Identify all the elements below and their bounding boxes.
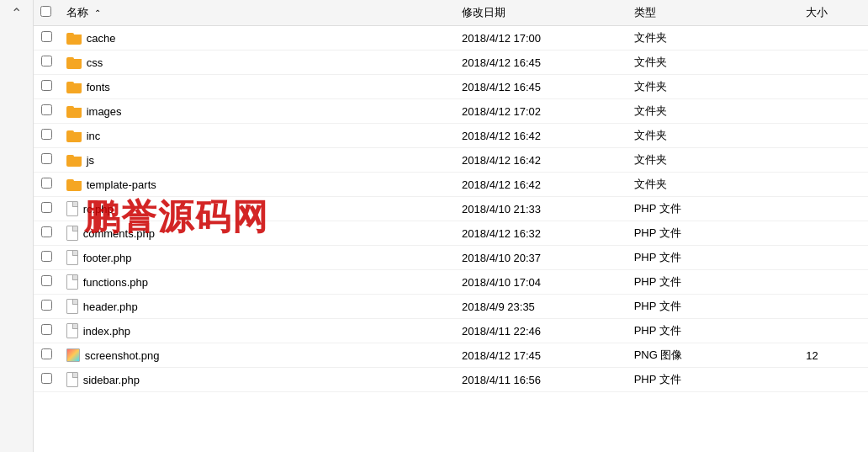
table-row[interactable]: index.php2018/4/11 22:46PHP 文件 xyxy=(34,319,868,343)
row-name-cell: comments.php xyxy=(60,221,455,246)
row-checkbox[interactable] xyxy=(41,153,52,164)
row-checkbox-cell xyxy=(34,246,60,270)
folder-icon xyxy=(66,178,82,191)
row-name-cell: rc.php xyxy=(60,197,455,221)
row-checkbox[interactable] xyxy=(41,226,52,237)
table-row[interactable]: images2018/4/12 17:02文件夹 xyxy=(34,99,868,124)
table-header-row: 名称 ⌃ 修改日期 类型 大小 xyxy=(34,0,868,26)
table-row[interactable]: footer.php2018/4/10 20:37PHP 文件 xyxy=(34,246,868,270)
column-header-size[interactable]: 大小 xyxy=(799,0,868,26)
file-icon xyxy=(66,226,78,241)
row-checkbox[interactable] xyxy=(41,31,52,42)
file-icon xyxy=(66,372,78,387)
row-date: 2018/4/10 20:37 xyxy=(455,246,627,270)
row-checkbox[interactable] xyxy=(41,373,52,384)
select-all-checkbox[interactable] xyxy=(40,6,51,17)
row-checkbox[interactable] xyxy=(41,129,52,140)
row-size xyxy=(799,124,868,148)
row-date: 2018/4/12 17:00 xyxy=(455,26,627,51)
row-checkbox[interactable] xyxy=(41,300,52,311)
row-checkbox[interactable] xyxy=(41,178,52,189)
row-checkbox-cell xyxy=(34,75,60,99)
row-checkbox[interactable] xyxy=(41,348,52,359)
row-name-cell: images xyxy=(60,99,455,124)
file-name: css xyxy=(87,56,103,69)
row-name-cell: fonts xyxy=(60,75,455,99)
table-row[interactable]: header.php2018/4/9 23:35PHP 文件 xyxy=(34,295,868,319)
row-checkbox[interactable] xyxy=(41,80,52,91)
file-name: header.php xyxy=(83,300,138,313)
table-row[interactable]: sidebar.php2018/4/11 16:56PHP 文件 xyxy=(34,368,868,392)
table-row[interactable]: screenshot.png2018/4/12 17:45PNG 图像12 xyxy=(34,343,868,368)
row-name-cell: sidebar.php xyxy=(60,368,455,392)
row-date: 2018/4/12 16:45 xyxy=(455,51,627,75)
table-row[interactable]: js2018/4/12 16:42文件夹 xyxy=(34,148,868,173)
file-name: cache xyxy=(87,32,116,45)
file-icon xyxy=(66,299,78,314)
row-date: 2018/4/12 16:42 xyxy=(455,173,627,197)
row-type: 文件夹 xyxy=(627,173,800,197)
row-date: 2018/4/12 17:02 xyxy=(455,99,627,124)
row-checkbox-cell xyxy=(34,173,60,197)
scroll-up-arrow[interactable]: ⌃ xyxy=(11,3,22,24)
row-checkbox-cell xyxy=(34,51,60,75)
row-size xyxy=(799,270,868,295)
checkbox-header[interactable] xyxy=(34,0,60,26)
table-row[interactable]: rc.php2018/4/10 21:33PHP 文件 xyxy=(34,197,868,221)
file-name: images xyxy=(87,105,122,118)
row-checkbox-cell xyxy=(34,270,60,295)
file-table: 名称 ⌃ 修改日期 类型 大小 xyxy=(34,0,868,392)
row-size xyxy=(799,75,868,99)
file-icon xyxy=(66,250,78,265)
table-row[interactable]: fonts2018/4/12 16:45文件夹 xyxy=(34,75,868,99)
folder-icon xyxy=(66,129,82,142)
row-checkbox[interactable] xyxy=(41,56,52,66)
image-icon xyxy=(66,348,80,362)
row-date: 2018/4/12 16:42 xyxy=(455,124,627,148)
row-date: 2018/4/10 17:04 xyxy=(455,270,627,295)
row-checkbox-cell xyxy=(34,295,60,319)
table-row[interactable]: cache2018/4/12 17:00文件夹 xyxy=(34,26,868,51)
row-checkbox[interactable] xyxy=(41,104,52,115)
row-size xyxy=(799,319,868,343)
column-header-name[interactable]: 名称 ⌃ xyxy=(60,0,455,26)
row-checkbox[interactable] xyxy=(41,324,52,335)
column-header-date[interactable]: 修改日期 xyxy=(455,0,627,26)
file-name: index.php xyxy=(83,325,130,338)
table-row[interactable]: inc2018/4/12 16:42文件夹 xyxy=(34,124,868,148)
row-type: 文件夹 xyxy=(627,51,800,75)
row-date: 2018/4/11 16:56 xyxy=(455,368,627,392)
row-checkbox-cell xyxy=(34,99,60,124)
row-checkbox-cell xyxy=(34,319,60,343)
table-row[interactable]: comments.php2018/4/12 16:32PHP 文件 xyxy=(34,221,868,246)
row-size xyxy=(799,368,868,392)
table-row[interactable]: template-parts2018/4/12 16:42文件夹 xyxy=(34,173,868,197)
table-row[interactable]: css2018/4/12 16:45文件夹 xyxy=(34,51,868,75)
main-pane[interactable]: 鹏誉源码网 名称 ⌃ 修改日期 xyxy=(34,0,868,452)
folder-icon xyxy=(66,153,82,167)
folder-icon xyxy=(66,31,82,45)
file-name: sidebar.php xyxy=(83,374,140,386)
file-name: screenshot.png xyxy=(85,349,160,362)
column-header-type[interactable]: 类型 xyxy=(627,0,800,26)
row-type: 文件夹 xyxy=(627,148,800,173)
row-type: 文件夹 xyxy=(627,26,800,51)
row-size xyxy=(799,197,868,221)
row-checkbox[interactable] xyxy=(41,275,52,286)
row-type: PHP 文件 xyxy=(627,246,800,270)
row-checkbox-cell xyxy=(34,124,60,148)
row-date: 2018/4/12 17:45 xyxy=(455,343,627,368)
row-checkbox[interactable] xyxy=(41,202,52,213)
row-name-cell: css xyxy=(60,51,455,75)
row-size xyxy=(799,51,868,75)
file-icon xyxy=(66,201,78,216)
row-name-cell: inc xyxy=(60,124,455,148)
row-size xyxy=(799,26,868,51)
row-size xyxy=(799,295,868,319)
file-name: footer.php xyxy=(83,252,132,264)
file-name: inc xyxy=(87,130,101,142)
row-checkbox[interactable] xyxy=(41,251,52,262)
row-type: 文件夹 xyxy=(627,99,800,124)
table-row[interactable]: functions.php2018/4/10 17:04PHP 文件 xyxy=(34,270,868,295)
row-checkbox-cell xyxy=(34,368,60,392)
